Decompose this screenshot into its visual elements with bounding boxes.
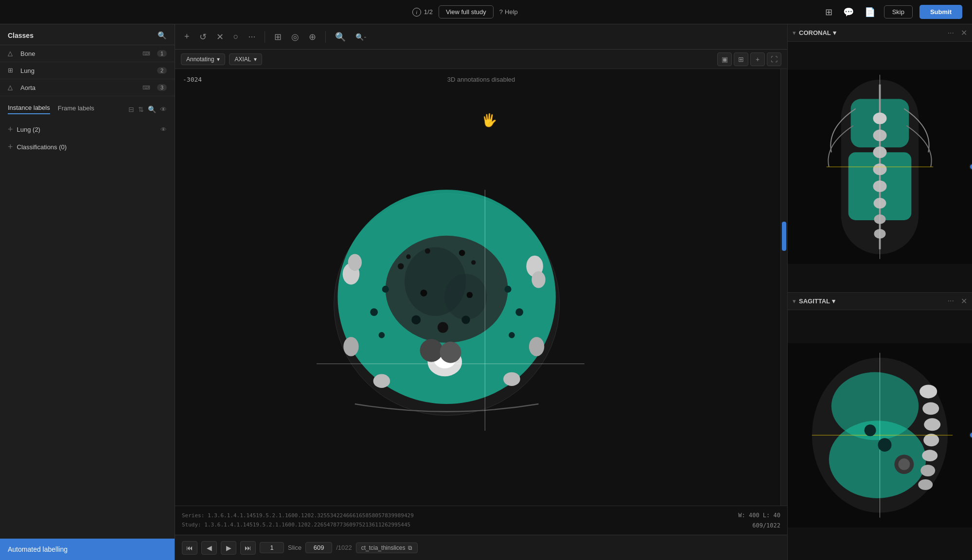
slice-number-input[interactable]: 609 xyxy=(305,542,332,553)
lung-group-name: Lung (2) xyxy=(17,126,40,133)
circle-tool-icon[interactable]: ○ xyxy=(231,29,241,44)
svg-point-56 xyxy=(919,385,937,398)
annotating-chevron-icon: ▾ xyxy=(217,56,220,63)
add-lung-icon[interactable]: + xyxy=(8,125,13,134)
classifications-header[interactable]: + Classifications (0) xyxy=(8,142,167,151)
sagittal-close-icon[interactable]: ✕ xyxy=(961,297,967,306)
lung-group-header[interactable]: + Lung (2) 👁 xyxy=(8,122,167,137)
svg-point-32 xyxy=(461,315,470,324)
study-count: 1/2 xyxy=(424,8,433,16)
svg-point-68 xyxy=(898,458,910,470)
study-uid: Study: 1.3.6.1.4.1.14519.5.2.1.1600.1202… xyxy=(182,521,414,530)
plus-view-icon[interactable]: + xyxy=(750,52,765,66)
coronal-image[interactable] xyxy=(788,42,972,292)
first-frame-button[interactable]: ⏮ xyxy=(182,541,197,555)
visibility-icon[interactable]: 👁 xyxy=(160,105,167,113)
zoom-in-icon[interactable]: 🔍 xyxy=(333,29,348,45)
wl-values: W: 400 L: 40 xyxy=(738,510,780,520)
help-label: Help xyxy=(505,8,518,16)
sagittal-panel: ▾ SAGITTAL ▾ ··· ✕ xyxy=(788,293,972,560)
svg-point-11 xyxy=(531,271,545,288)
coronal-chevron-icon: ▾ xyxy=(793,29,796,36)
axial-chevron-icon: ▾ xyxy=(254,56,257,63)
svg-point-28 xyxy=(515,308,523,316)
automated-labelling-button[interactable]: Automated labelling xyxy=(0,539,175,560)
study-indicator: i 1/2 xyxy=(412,8,433,17)
bone-count: 1 xyxy=(157,50,167,57)
svg-point-13 xyxy=(529,337,544,356)
aorta-shortcut: ⌨ xyxy=(142,85,150,91)
svg-point-24 xyxy=(382,286,389,293)
viewer-toolbar: + ↺ ✕ ○ ··· ⊞ ◎ ⊕ 🔍 🔍- xyxy=(175,24,787,50)
axial-dropdown[interactable]: AXIAL ▾ xyxy=(229,53,262,65)
sort-icon[interactable]: ⇅ xyxy=(138,105,144,113)
grid-tool-icon[interactable]: ⊞ xyxy=(272,29,284,45)
coronal-title-dropdown[interactable]: CORONAL ▾ xyxy=(799,29,836,36)
undo-icon[interactable]: ↺ xyxy=(197,29,209,45)
series-copy-icon[interactable]: ⧉ xyxy=(408,544,412,551)
sagittal-title-dropdown[interactable]: SAGITTAL ▾ xyxy=(799,298,835,305)
svg-point-23 xyxy=(471,260,476,264)
frame-labels-tab[interactable]: Frame labels xyxy=(58,105,94,114)
add-tool-icon[interactable]: + xyxy=(182,29,192,44)
svg-point-61 xyxy=(920,465,935,476)
help-button[interactable]: ? Help xyxy=(499,8,518,16)
viewer-header-bar: Annotating ▾ AXIAL ▾ ▣ ⊞ + ⛶ xyxy=(175,50,787,69)
cross-icon[interactable]: ✕ xyxy=(214,29,226,45)
square-view-icon[interactable]: ▣ xyxy=(717,52,732,66)
svg-point-30 xyxy=(411,315,421,324)
doc-icon-button[interactable]: 📄 xyxy=(863,5,877,19)
right-panel: ▾ CORONAL ▾ ··· ✕ xyxy=(787,24,972,560)
instance-labels-tab[interactable]: Instance labels xyxy=(8,104,50,114)
class-item-lung[interactable]: ⊞ Lung 2 xyxy=(0,62,175,79)
search-icon[interactable]: 🔍 xyxy=(158,31,167,40)
axial-label: AXIAL xyxy=(234,56,251,63)
svg-point-29 xyxy=(509,332,515,338)
annotating-label: Annotating xyxy=(186,56,214,63)
submit-button[interactable]: Submit xyxy=(919,5,962,19)
ct-scan-main[interactable] xyxy=(175,69,787,506)
scroll-thumb[interactable] xyxy=(782,222,786,251)
target-icon[interactable]: ◎ xyxy=(289,29,301,45)
class-item-aorta[interactable]: △ Aorta ⌨ 3 xyxy=(0,79,175,96)
view-full-study-button[interactable]: View full study xyxy=(439,5,494,18)
skip-button[interactable]: Skip xyxy=(884,5,913,18)
viewer-scrollbar[interactable] xyxy=(780,69,787,506)
prev-frame-button[interactable]: ◀ xyxy=(201,541,217,555)
sagittal-image[interactable] xyxy=(788,310,972,560)
search-labels-icon[interactable]: 🔍 xyxy=(148,105,156,113)
multi-view-icon[interactable]: ⊞ xyxy=(734,52,748,66)
svg-point-57 xyxy=(922,402,939,415)
more-tools-icon[interactable]: ··· xyxy=(246,29,258,44)
lung-icon: ⊞ xyxy=(8,67,16,74)
svg-point-12 xyxy=(343,337,358,356)
bone-icon: △ xyxy=(8,50,16,57)
frame-input[interactable]: 1 xyxy=(260,542,284,553)
last-frame-button[interactable]: ⏭ xyxy=(240,541,256,555)
classifications-name: Classifications (0) xyxy=(17,143,67,151)
class-item-bone[interactable]: △ Bone ⌨ 1 xyxy=(0,45,175,62)
svg-point-34 xyxy=(467,292,473,298)
svg-point-62 xyxy=(918,479,933,490)
lung-eye-icon[interactable]: 👁 xyxy=(160,126,167,133)
sagittal-more-icon[interactable]: ··· xyxy=(948,297,954,305)
coronal-more-icon[interactable]: ··· xyxy=(948,29,954,37)
top-bar-right: ⊞ 💬 📄 Skip Submit xyxy=(823,5,962,19)
fullscreen-icon[interactable]: ⛶ xyxy=(767,52,781,66)
top-bar: i 1/2 View full study ? Help ⊞ 💬 📄 Skip … xyxy=(0,0,972,24)
coronal-chevron2-icon: ▾ xyxy=(833,29,836,36)
svg-point-25 xyxy=(370,308,378,316)
zoom-out-icon[interactable]: 🔍- xyxy=(353,31,369,43)
classes-title: Classes xyxy=(8,32,34,39)
bone-shortcut: ⌨ xyxy=(142,51,150,57)
add-classification-icon[interactable]: + xyxy=(8,142,13,151)
crosshair-icon[interactable]: ⊕ xyxy=(306,29,318,45)
wl-pos: 609/1022 xyxy=(738,521,780,530)
grid-icon-button[interactable]: ⊞ xyxy=(823,5,834,19)
play-button[interactable]: ▶ xyxy=(221,541,236,555)
chat-icon-button[interactable]: 💬 xyxy=(841,5,856,19)
viewer-main[interactable]: -3024 3D annotations disabled xyxy=(175,69,787,506)
filter-icon[interactable]: ⊟ xyxy=(128,105,134,113)
coronal-close-icon[interactable]: ✕ xyxy=(961,28,967,37)
annotating-dropdown[interactable]: Annotating ▾ xyxy=(181,53,225,65)
